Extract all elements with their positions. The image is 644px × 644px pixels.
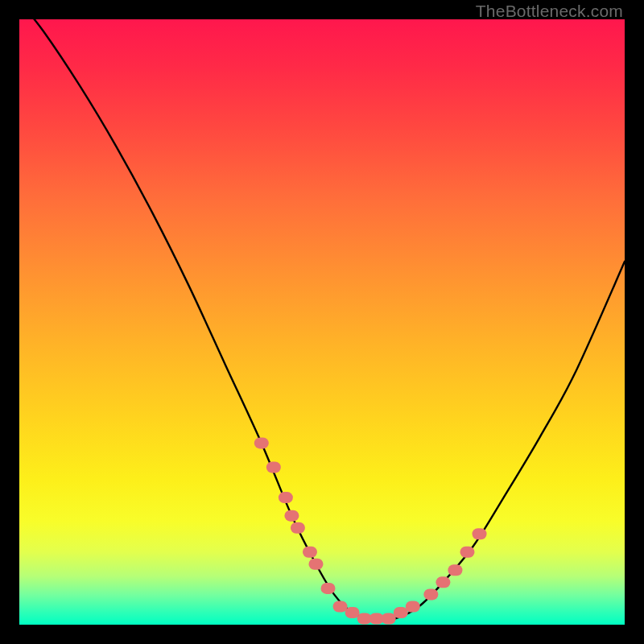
highlight-dot [308,559,323,570]
highlight-dot [460,547,474,558]
chart-svg [19,19,625,625]
highlight-dot [394,607,408,618]
highlight-dot [448,564,462,576]
bottleneck-curve [19,19,625,620]
highlight-dot [266,461,281,473]
highlight-dots-group [254,437,487,624]
highlight-dot [303,547,317,558]
plot-area [19,19,625,625]
highlight-dot [333,601,348,612]
highlight-dot [345,607,360,618]
chart-frame: TheBottleneck.com [0,0,644,644]
highlight-dot [473,528,487,539]
highlight-dot [423,588,438,600]
highlight-dot [279,492,293,503]
highlight-dot [254,437,269,448]
highlight-dot [382,613,396,624]
highlight-dot [406,601,420,612]
watermark-text: TheBottleneck.com [476,2,623,21]
highlight-dot [321,583,336,594]
highlight-dot [284,510,299,522]
highlight-dot [291,522,305,534]
highlight-dot [436,576,450,588]
